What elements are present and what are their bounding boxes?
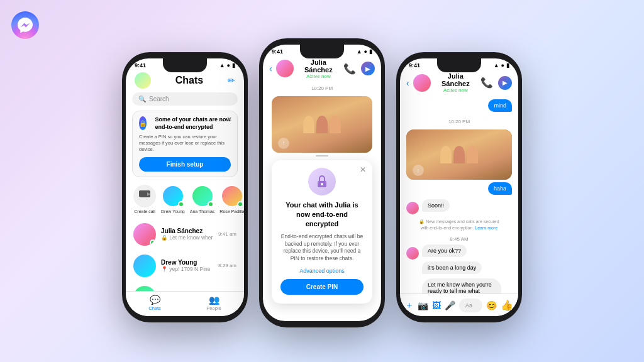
timestamp-845: 8:45 AM [406, 234, 512, 244]
share-icon[interactable]: ↑ [278, 138, 289, 149]
msg-haha: haha [406, 182, 512, 197]
plus-icon[interactable]: ＋ [405, 300, 414, 311]
modal-close-icon[interactable]: ✕ [360, 165, 366, 174]
person-3 [330, 116, 341, 133]
msg-sent-haha: haha [488, 182, 512, 195]
drew-name: Drew Young [161, 259, 213, 266]
video-call-icon[interactable]: ▶ [361, 62, 375, 75]
phones-container: 9:41 ▲ ● ▮ Chats ✏ 🔍 Search ✕ [122, 35, 522, 327]
phone-1-time: 9:41 [135, 62, 146, 69]
phone-3-time: 9:41 [409, 62, 420, 69]
msg-received-soon: Soon!! [422, 199, 450, 212]
julia-name: Julia Sánchez [161, 228, 213, 234]
message-list: mind 10:20 PM ↑ haha [400, 97, 518, 310]
people-nav-label: People [206, 305, 221, 311]
swipe-dots [263, 155, 381, 156]
phone-2-screen: 9:41 ▲ ● ▮ ‹ Julia Sánchez Active now 📞 [263, 45, 381, 321]
contact-status-2: Active now [297, 74, 340, 79]
phone-1-notch [163, 58, 207, 72]
phone-1: 9:41 ▲ ● ▮ Chats ✏ 🔍 Search ✕ [122, 52, 248, 322]
chat-header-3: ‹ Julia Sánchez Active now 📞 ▶ [400, 70, 518, 97]
contact-info-2: Julia Sánchez Active now [297, 58, 340, 79]
drew-preview: 📍 yep! 1709 N Pine [161, 266, 213, 272]
message-input[interactable]: Aa [459, 299, 482, 312]
julia-msg-avatar [406, 202, 419, 214]
msg-sent-mind: mind [488, 99, 512, 112]
learn-more-link[interactable]: Learn more [475, 226, 497, 230]
modal-body: End-to-end encrypted chats will be backe… [280, 233, 364, 263]
modal-lock-icon [308, 168, 336, 195]
messenger-logo [11, 11, 39, 39]
header-actions-2: 📞 ▶ [343, 62, 375, 75]
scene-person-3-1 [440, 146, 452, 163]
search-placeholder: Search [149, 96, 169, 102]
compose-icon[interactable]: ✏ [228, 75, 235, 85]
share-icon-3[interactable]: ↑ [413, 165, 424, 176]
story-rose[interactable]: Rose Padilla [219, 185, 244, 214]
drew-time: 8:29 am [218, 263, 236, 268]
chat-timestamp-2: 10:20 PM [263, 83, 381, 94]
svg-point-4 [321, 183, 323, 185]
camera-icon[interactable]: 📷 [418, 300, 428, 310]
story-drew[interactable]: Drew Young [161, 185, 185, 214]
julia-header-avatar-3 [413, 74, 431, 92]
create-call-item[interactable]: Create call [133, 185, 156, 214]
julia-online [150, 239, 156, 246]
banner-subtitle: Create a PIN so you can restore your mes… [139, 134, 231, 152]
user-avatar[interactable] [135, 72, 151, 89]
signal-icon: ▲ [219, 62, 225, 69]
story-ana[interactable]: Ana Thomas [190, 185, 215, 214]
chats-title: Chats [151, 75, 228, 86]
chat-item-drew[interactable]: Drew Young 📍 yep! 1709 N Pine 8:29 am [126, 250, 244, 282]
phone-1-status-icons: ▲ ● ▮ [219, 62, 235, 69]
banner-title: Some of your chats are now end-to-end en… [155, 116, 231, 131]
create-pin-button[interactable]: Create PIN [280, 279, 364, 295]
online-indicator-2 [208, 201, 214, 207]
back-arrow-icon-3[interactable]: ‹ [406, 78, 409, 88]
online-indicator-3 [237, 201, 243, 207]
contact-status-3: Active now [435, 87, 477, 93]
julia-time: 9:41 am [218, 231, 236, 237]
nav-chats[interactable]: 💬 Chats [148, 295, 161, 311]
person-2 [316, 116, 328, 133]
msg-soon: Soon!! [406, 199, 512, 214]
julia-msg-avatar-2 [406, 247, 419, 260]
julia-chat-avatar [133, 223, 156, 246]
svg-point-0 [11, 11, 39, 39]
phone-3-notch [437, 58, 481, 72]
drew-label: Drew Young [161, 209, 185, 214]
image-icon[interactable]: 🖼 [432, 300, 441, 310]
header-actions-3: 📞 ▶ [480, 76, 512, 90]
search-bar[interactable]: 🔍 Search [132, 92, 238, 106]
chat-image-2: ↑ [272, 96, 372, 153]
nav-people[interactable]: 👥 People [206, 295, 221, 311]
banner-lock-icon: 🔒 [139, 116, 147, 130]
drew-chat-avatar [133, 255, 156, 277]
chat-item-julia[interactable]: Julia Sánchez 🔒 Let me know when you're.… [126, 219, 244, 250]
banner-close-icon[interactable]: ✕ [226, 115, 232, 123]
back-arrow-icon[interactable]: ‹ [269, 63, 272, 74]
signal-icon-3: ▲ [494, 62, 499, 69]
scene-person-3-3 [467, 146, 478, 163]
drew-chat-info: Drew Young 📍 yep! 1709 N Pine [161, 259, 213, 272]
encryption-modal: ✕ Your chat with Julia is now end-to-end… [272, 160, 372, 304]
encryption-banner: ✕ 🔒 Some of your chats are now end-to-en… [132, 111, 238, 177]
mic-icon[interactable]: 🎤 [445, 300, 455, 310]
story-row: Create call Drew Young Ana Thomas [126, 182, 244, 219]
input-placeholder: Aa [465, 302, 472, 309]
person-1 [303, 116, 314, 133]
chat-header-2: ‹ Julia Sánchez Active now 📞 ▶ [263, 56, 381, 83]
video-call-icon-3[interactable]: ▶ [498, 76, 512, 90]
finish-setup-button[interactable]: Finish setup [139, 157, 231, 172]
msg-mind: mind [406, 99, 512, 114]
sticker-icon[interactable]: 😊 [486, 300, 497, 310]
advanced-options-link[interactable]: Advanced options [280, 268, 364, 274]
like-button[interactable]: 👍 [501, 299, 513, 311]
chats-header: Chats ✏ [126, 70, 244, 92]
phone-call-icon[interactable]: 📞 [343, 63, 356, 75]
battery-icon-2: ▮ [369, 48, 372, 55]
ana-label: Ana Thomas [190, 209, 215, 214]
phone-2-status-icons: ▲ ● ▮ [357, 48, 372, 55]
scene-people [303, 116, 341, 133]
phone-call-icon-3[interactable]: 📞 [480, 77, 493, 89]
